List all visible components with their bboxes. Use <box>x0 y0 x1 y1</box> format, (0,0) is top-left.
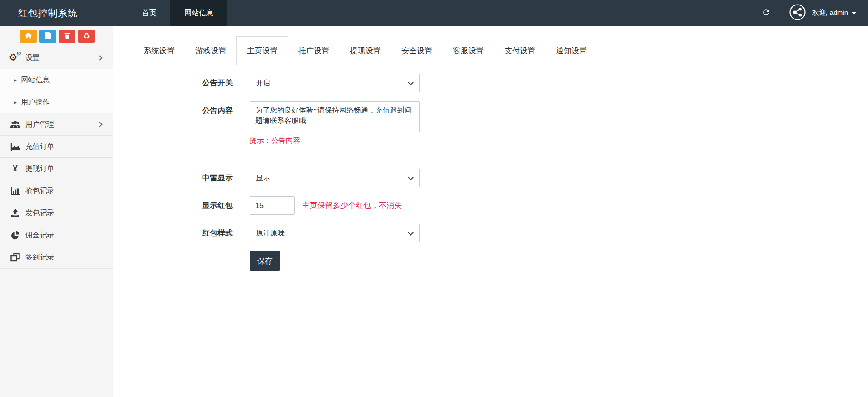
sidebar-item-send-records[interactable]: 发包记录 <box>0 202 113 224</box>
caret-right-icon: ▸ <box>14 99 17 105</box>
announce-content-textarea[interactable]: 为了您的良好体验~请保持网络畅通，充值遇到问题请联系客服哦 <box>250 101 420 132</box>
tab-security-settings[interactable]: 安全设置 <box>391 36 443 66</box>
trash-button[interactable] <box>59 30 75 43</box>
sidebar-subitem-site-info[interactable]: ▸ 网站信息 <box>0 69 113 91</box>
homepage-settings-form: 公告开关 开启 公告内容 为了您的良好体验~请保持网络畅通，充值遇到问题请联系客… <box>133 74 868 271</box>
refresh-button[interactable] <box>752 8 780 18</box>
users-icon <box>9 121 21 128</box>
sidebar-quick-buttons: ♻ <box>0 26 113 47</box>
show-packets-input[interactable] <box>250 196 295 215</box>
sidebar-item-recharge-orders[interactable]: 充值订单 <box>0 136 113 158</box>
tab-payment-settings[interactable]: 支付设置 <box>494 36 546 66</box>
sidebar-menu: ⚙⚙ 设置 ▸ 网站信息 ▸ 用户操作 <box>0 47 113 269</box>
announce-switch-select[interactable]: 开启 <box>250 74 420 92</box>
sidebar-item-settings[interactable]: ⚙⚙ 设置 <box>0 47 113 69</box>
user-dropdown[interactable]: 欢迎, admin <box>812 9 856 17</box>
home-button[interactable] <box>20 30 37 43</box>
sidebar-item-label: 网站信息 <box>21 76 50 85</box>
main-content: 系统设置 游戏设置 主页设置 推广设置 提现设置 安全设置 客服设置 支付设置 … <box>113 26 868 397</box>
settings-tabs: 系统设置 游戏设置 主页设置 推广设置 提现设置 安全设置 客服设置 支付设置 … <box>133 36 868 66</box>
caret-down-icon <box>852 12 856 14</box>
bar-chart-icon <box>9 187 21 195</box>
sidebar-item-withdraw-orders[interactable]: ¥ 提现订单 <box>0 158 113 180</box>
navbar-right: 欢迎, admin <box>752 0 868 26</box>
sidebar-item-label: 签到记录 <box>25 253 54 262</box>
area-chart-icon <box>9 142 21 151</box>
sidebar-item-label: 设置 <box>25 53 40 63</box>
clone-icon <box>9 253 21 262</box>
top-navbar: 红包控制系统 首页 网站信息 <box>0 0 868 26</box>
nav-item-site-info[interactable]: 网站信息 <box>170 0 227 26</box>
packet-style-label: 红包样式 <box>133 224 233 242</box>
gears-icon: ⚙⚙ <box>9 53 21 63</box>
navbar-menu: 首页 网站信息 <box>128 0 227 26</box>
brand-title[interactable]: 红包控制系统 <box>0 0 113 26</box>
file-button[interactable] <box>39 30 56 43</box>
yen-icon: ¥ <box>9 164 21 174</box>
tab-notify-settings[interactable]: 通知设置 <box>546 36 597 66</box>
sidebar-item-label: 用户管理 <box>25 120 54 129</box>
avatar[interactable] <box>788 3 807 23</box>
packet-style-select[interactable]: 原汁原味 <box>250 224 420 242</box>
sidebar-item-checkin-records[interactable]: 签到记录 <box>0 246 113 269</box>
chevron-right-icon <box>97 55 102 60</box>
save-button[interactable]: 保存 <box>250 251 280 271</box>
tab-system-settings[interactable]: 系统设置 <box>133 36 185 66</box>
recycle-button[interactable]: ♻ <box>78 30 95 43</box>
tab-service-settings[interactable]: 客服设置 <box>443 36 494 66</box>
home-icon <box>24 32 32 40</box>
welcome-text: 欢迎, admin <box>812 9 848 17</box>
sidebar-subitem-user-actions[interactable]: ▸ 用户操作 <box>0 91 113 113</box>
sidebar-item-label: 充值订单 <box>25 142 54 151</box>
sidebar-item-label: 发包记录 <box>25 208 54 218</box>
nav-item-home[interactable]: 首页 <box>128 0 170 26</box>
sidebar-item-label: 抢包记录 <box>25 186 54 196</box>
sidebar-item-grab-records[interactable]: 抢包记录 <box>0 180 113 202</box>
sidebar-item-user-management[interactable]: 用户管理 <box>0 113 113 136</box>
share-nodes-icon <box>788 3 807 23</box>
announce-content-label: 公告内容 <box>133 101 233 120</box>
file-icon <box>45 32 51 41</box>
tab-withdraw-settings[interactable]: 提现设置 <box>340 36 391 66</box>
sidebar-item-label: 佣金记录 <box>25 231 54 240</box>
recycle-icon: ♻ <box>83 33 90 40</box>
show-packets-label: 显示红包 <box>133 196 233 215</box>
tab-game-settings[interactable]: 游戏设置 <box>185 36 236 66</box>
announce-switch-label: 公告开关 <box>133 74 233 92</box>
refresh-icon <box>762 8 770 18</box>
sidebar-item-commission-records[interactable]: 佣金记录 <box>0 224 113 246</box>
tab-homepage-settings[interactable]: 主页设置 <box>236 36 288 66</box>
caret-right-icon: ▸ <box>14 77 17 83</box>
chevron-right-icon <box>97 122 102 127</box>
pie-chart-icon <box>9 231 21 240</box>
mine-display-select[interactable]: 显示 <box>250 169 420 187</box>
show-packets-hint: 主页保留多少个红包，不消失 <box>302 196 402 215</box>
trash-icon <box>64 32 71 41</box>
tab-promo-settings[interactable]: 推广设置 <box>288 36 340 66</box>
announce-content-hint: 提示：公告内容 <box>250 137 868 145</box>
sidebar: ♻ ⚙⚙ 设置 ▸ 网站信息 ▸ 用户操作 <box>0 26 113 397</box>
upload-icon <box>9 209 21 217</box>
sidebar-item-label: 提现订单 <box>25 164 54 174</box>
mine-display-label: 中雷显示 <box>133 169 233 187</box>
sidebar-item-label: 用户操作 <box>21 98 50 107</box>
